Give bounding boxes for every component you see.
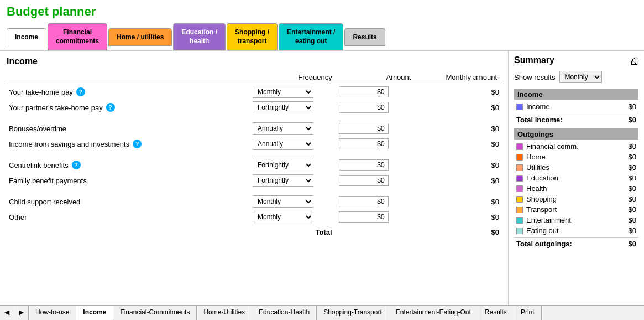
item-name: Financial comm. (526, 142, 629, 151)
amount-input[interactable] (339, 175, 389, 186)
item-value: $0 (629, 163, 636, 172)
row-label-cell: Family benefit payments (7, 173, 250, 188)
app-title: Budget planner (7, 4, 637, 19)
item-value: $0 (629, 216, 636, 224)
table-row: OtherMonthlyFortnightlyWeeklyAnnually$0 (7, 209, 501, 225)
color-box (516, 228, 523, 234)
bottom-tab-home-utilities[interactable]: Home-Utilities (197, 306, 252, 320)
frequency-cell: MonthlyFortnightlyWeeklyAnnually (250, 194, 337, 209)
item-value: $0 (629, 174, 636, 182)
amount-input[interactable] (339, 211, 389, 223)
tab-results[interactable]: Results (344, 28, 385, 46)
tab-home[interactable]: Home / utilities (108, 28, 172, 46)
frequency-cell: MonthlyFortnightlyWeeklyAnnually (250, 121, 337, 136)
frequency-select[interactable]: MonthlyFortnightlyWeeklyAnnually (253, 101, 313, 113)
summary-income-items: Income $0 (514, 101, 638, 112)
monthly-amount-cell: $0 (415, 194, 501, 209)
left-panel: Income Frequency Amount Monthly amount Y… (0, 51, 509, 305)
monthly-amount-cell: $0 (415, 121, 501, 136)
nav-arrow-right[interactable]: ▶ (14, 306, 29, 320)
item-value: $0 (629, 153, 636, 161)
summary-outgoing-item: Eating out $0 (514, 225, 638, 236)
amount-input[interactable] (339, 196, 389, 207)
monthly-amount-cell: $0 (415, 84, 501, 100)
item-name: Eating out (526, 226, 629, 235)
frequency-cell: MonthlyFortnightlyWeeklyAnnually (250, 84, 337, 100)
row-label-cell: Income from savings and investments? (7, 136, 250, 152)
item-value: $0 (629, 195, 636, 203)
income-table: Frequency Amount Monthly amount Your tak… (7, 71, 501, 238)
help-icon[interactable]: ? (133, 140, 142, 148)
bottom-tab-financial-commitments[interactable]: Financial-Commitments (113, 306, 197, 320)
total-row: Total $0 (7, 225, 501, 238)
summary-outgoing-item: Entertainment $0 (514, 215, 638, 225)
amount-input[interactable] (339, 102, 389, 113)
amount-cell (337, 100, 416, 115)
amount-input[interactable] (339, 86, 389, 97)
amount-input[interactable] (339, 123, 389, 134)
item-value: $0 (629, 226, 636, 235)
monthly-amount-cell: $0 (415, 100, 501, 115)
bottom-tab-how-to-use[interactable]: How-to-use (29, 306, 76, 320)
table-row: Income from savings and investments?Mont… (7, 136, 501, 152)
bottom-tab-income-tab[interactable]: Income (76, 306, 113, 320)
frequency-select[interactable]: MonthlyFortnightlyWeeklyAnnually (253, 122, 313, 135)
tab-shopping[interactable]: Shopping /transport (227, 23, 278, 50)
frequency-select[interactable]: MonthlyFortnightlyWeeklyAnnually (253, 195, 313, 208)
bottom-tab-shopping-transport[interactable]: Shopping-Transport (317, 306, 389, 320)
help-icon[interactable]: ? (76, 87, 85, 96)
bottom-tab-results-tab[interactable]: Results (478, 306, 514, 320)
color-box (516, 207, 523, 213)
color-box (516, 217, 523, 224)
results-select[interactable]: Monthly Annually (559, 71, 602, 83)
col-header-label (7, 71, 250, 84)
bottom-tabs-container: How-to-useIncomeFinancial-CommitmentsHom… (29, 306, 644, 320)
amount-input[interactable] (339, 138, 389, 149)
print-icon[interactable]: 🖨 (630, 55, 640, 67)
item-name: Income (526, 102, 629, 111)
show-results-label: Show results (514, 73, 555, 81)
item-name: Education (526, 174, 629, 182)
help-icon[interactable]: ? (106, 103, 115, 112)
tab-financial[interactable]: Financialcommitments (48, 23, 107, 50)
table-row: Child support receivedMonthlyFortnightly… (7, 194, 501, 209)
amount-cell (337, 194, 416, 209)
color-box (516, 175, 523, 182)
frequency-select[interactable]: MonthlyFortnightlyWeeklyAnnually (253, 174, 313, 187)
col-header-amount: Amount (337, 71, 416, 84)
color-box (516, 104, 523, 110)
frequency-cell: MonthlyFortnightlyWeeklyAnnually (250, 209, 337, 225)
tab-income[interactable]: Income (7, 28, 46, 45)
total-outgoings-value: $0 (629, 240, 636, 248)
nav-arrow-left[interactable]: ◀ (0, 306, 14, 320)
monthly-amount-cell: $0 (415, 173, 501, 188)
frequency-select[interactable]: MonthlyFortnightlyWeeklyAnnually (253, 159, 313, 171)
frequency-select[interactable]: MonthlyFortnightlyWeeklyAnnually (253, 86, 313, 98)
help-icon[interactable]: ? (72, 161, 81, 169)
amount-input[interactable] (339, 159, 389, 171)
spacer-row (7, 152, 501, 157)
frequency-select[interactable]: MonthlyFortnightlyWeeklyAnnually (253, 211, 313, 223)
tab-education[interactable]: Education /health (173, 23, 226, 50)
summary-income-item: Income $0 (514, 101, 638, 112)
show-results-row: Show results Monthly Annually (514, 71, 638, 83)
summary-outgoing-item: Utilities $0 (514, 162, 638, 173)
color-box (516, 185, 523, 192)
bottom-tab-print-tab[interactable]: Print (514, 306, 542, 320)
amount-cell (337, 173, 416, 188)
summary-outgoing-item: Health $0 (514, 183, 638, 194)
table-row: Family benefit paymentsMonthlyFortnightl… (7, 173, 501, 188)
frequency-select[interactable]: MonthlyFortnightlyWeeklyAnnually (253, 138, 313, 150)
bottom-tabs: ◀ ▶ How-to-useIncomeFinancial-Commitment… (0, 305, 644, 320)
summary-outgoing-items: Financial comm. $0 Home $0 Utilities $0 … (514, 141, 638, 236)
bottom-tab-entertainment-eating-out[interactable]: Entertainment-Eating-Out (389, 306, 478, 320)
color-box (516, 196, 523, 203)
color-box (516, 154, 523, 161)
item-name: Home (526, 153, 629, 161)
amount-cell (337, 157, 416, 173)
bottom-tab-education-health[interactable]: Education-Health (252, 306, 317, 320)
item-name: Utilities (526, 163, 629, 172)
monthly-amount-cell: $0 (415, 209, 501, 225)
tab-entertainment[interactable]: Entertainment /eating out (279, 23, 343, 50)
table-row: Your take-home pay?MonthlyFortnightlyWee… (7, 84, 501, 100)
